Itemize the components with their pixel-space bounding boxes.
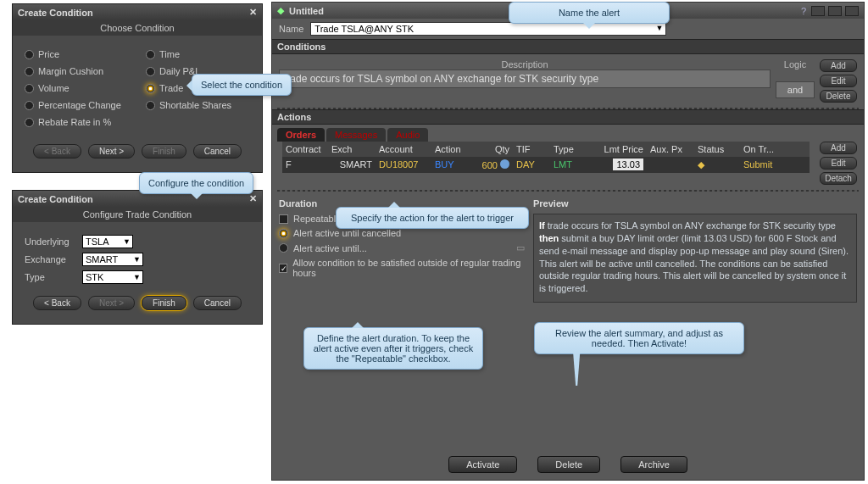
chevron-down-icon: ▼	[655, 24, 663, 32]
callout-name-alert: Name the alert	[509, 2, 670, 24]
finish-button[interactable]: Finish	[142, 144, 186, 159]
conditions-header: Conditions	[272, 39, 864, 54]
radio-active-until-cancelled[interactable]: Alert active until cancelled	[279, 228, 525, 238]
callout-duration: Define the alert duration. To keep the a…	[303, 327, 483, 370]
next-button[interactable]: Next >	[88, 144, 135, 159]
exchange-select[interactable]: SMART▼	[82, 253, 143, 266]
radio-active-until-date[interactable]: Alert active until... ▭	[279, 242, 525, 253]
name-label: Name	[279, 24, 303, 34]
exchange-label: Exchange	[25, 254, 77, 264]
tab-audio[interactable]: Audio	[387, 128, 428, 142]
condition-description[interactable]: trade occurs for TSLA symbol on ANY exch…	[279, 70, 771, 88]
dialog-subtitle: Configure Trade Condition	[13, 207, 262, 222]
callout-configure-condition: Configure the condition	[139, 172, 253, 194]
radio-price[interactable]: Price	[25, 49, 129, 59]
close-icon[interactable]	[845, 6, 859, 16]
radio-time[interactable]: Time	[146, 49, 250, 59]
actions-header: Actions	[272, 109, 864, 125]
cancel-button[interactable]: Cancel	[193, 296, 242, 310]
underlying-select[interactable]: TSLA▼	[82, 235, 133, 248]
type-label: Type	[25, 272, 77, 282]
dialog-subtitle: Choose Condition	[13, 20, 262, 36]
logic-header: Logic	[776, 59, 815, 70]
help-icon[interactable]: ?	[801, 6, 806, 16]
tab-messages[interactable]: Messages	[326, 128, 386, 142]
edit-action-button[interactable]: Edit	[820, 157, 857, 170]
callout-specify-action: Specify the action for the alert to trig…	[336, 207, 529, 229]
next-button[interactable]: Next >	[88, 296, 135, 310]
dialog-title: Create Condition	[18, 194, 93, 204]
radio-percentage-change[interactable]: Percentage Change	[25, 100, 129, 110]
radio-shortable-shares[interactable]: Shortable Shares	[146, 100, 250, 110]
callout-select-condition: Select the condition	[192, 74, 292, 96]
logic-value[interactable]: and	[776, 81, 815, 98]
edit-condition-button[interactable]: Edit	[820, 75, 857, 87]
chevron-down-icon: ▼	[133, 255, 141, 264]
back-button[interactable]: < Back	[33, 296, 81, 310]
add-action-button[interactable]: Add	[820, 142, 857, 154]
alert-editor-window: ◆ Untitled ? Name Trade TSLA@ANY STK ▼ C…	[271, 2, 865, 481]
outside-hours-checkbox[interactable]: Allow condition to be satisfied outside …	[279, 258, 525, 278]
close-icon[interactable]: ✕	[249, 193, 257, 204]
dialog-title: Create Condition	[18, 8, 93, 18]
chevron-down-icon: ▼	[133, 273, 141, 281]
delete-button[interactable]: Delete	[537, 456, 600, 473]
window-title: Untitled	[289, 6, 324, 16]
finish-button[interactable]: Finish	[142, 296, 186, 310]
close-icon[interactable]: ✕	[249, 7, 257, 18]
radio-rebate-rate[interactable]: Rebate Rate in %	[25, 117, 129, 127]
window-icon: ◆	[277, 5, 284, 16]
radio-volume[interactable]: Volume	[25, 83, 129, 93]
archive-button[interactable]: Archive	[620, 456, 687, 473]
minimize-icon[interactable]	[811, 6, 825, 16]
description-header: Description	[279, 59, 771, 70]
detach-action-button[interactable]: Detach	[820, 172, 857, 185]
create-condition-dialog-configure: Create Condition ✕ Configure Trade Condi…	[12, 190, 263, 325]
maximize-icon[interactable]	[828, 6, 842, 16]
clock-icon	[500, 159, 509, 169]
delete-condition-button[interactable]: Delete	[820, 90, 857, 103]
table-header: Contract Exch Account Action Qty TIF Typ…	[282, 142, 810, 157]
preview-header: Preview	[533, 198, 857, 209]
callout-review: Review the alert summary, and adjust as …	[534, 322, 744, 354]
activate-button[interactable]: Activate	[448, 456, 517, 473]
underlying-label: Underlying	[25, 236, 77, 247]
preview-text: If trade occurs for TSLA symbol on ANY e…	[533, 214, 857, 303]
chevron-down-icon: ▼	[123, 237, 131, 246]
radio-margin-cushion[interactable]: Margin Cushion	[25, 66, 129, 76]
cancel-button[interactable]: Cancel	[193, 144, 242, 159]
table-row[interactable]: F SMART DU18007 BUY 600 DAY LMT 13.03 ◆ …	[282, 157, 810, 173]
orders-table: Contract Exch Account Action Qty TIF Typ…	[282, 142, 810, 173]
calendar-icon[interactable]: ▭	[516, 242, 525, 253]
add-condition-button[interactable]: Add	[820, 59, 857, 72]
alert-name-input[interactable]: Trade TSLA@ANY STK ▼	[310, 22, 666, 36]
type-select[interactable]: STK▼	[82, 270, 143, 284]
back-button[interactable]: < Back	[33, 144, 81, 159]
tab-orders[interactable]: Orders	[277, 128, 325, 142]
